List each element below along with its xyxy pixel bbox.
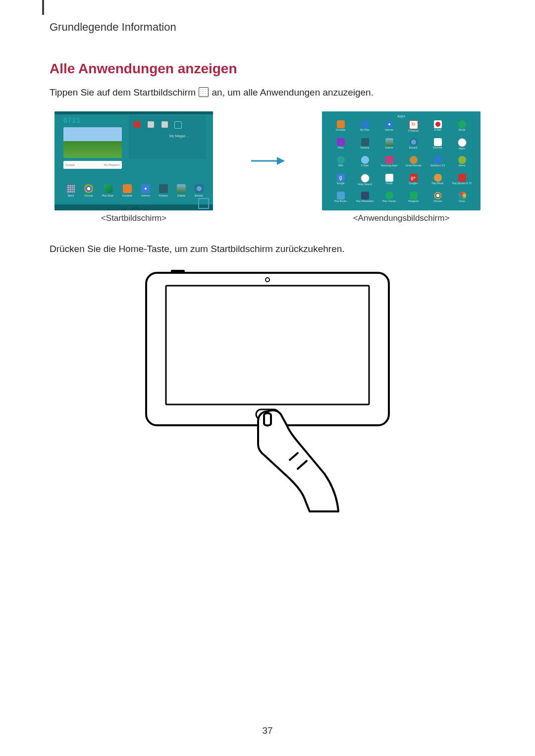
app-item-label: Google+	[409, 182, 418, 185]
dock-item-label: Play Store	[102, 194, 113, 197]
chrome-icon	[84, 184, 93, 193]
internet-icon	[141, 184, 150, 193]
intro-text-after: an, um alle Anwendungen anzuzeigen.	[212, 87, 374, 98]
app-item: Play Movies & TV	[450, 174, 474, 191]
return-instruction: Drücken Sie die Home-Taste, um zum Start…	[50, 243, 485, 255]
app-item: S Note	[353, 156, 376, 173]
app-item: Fotos	[450, 192, 474, 208]
internet-icon	[385, 120, 393, 128]
app-item-label: Alarm	[459, 147, 465, 150]
app-item-label: Play Movies & TV	[452, 182, 472, 185]
tab-edge-decoration	[42, 0, 44, 15]
play-newsstand-icon	[361, 192, 369, 200]
app-item-label: E-Mail	[434, 128, 441, 131]
app-item-label: Kontakte	[336, 128, 346, 131]
app-item: Play Games	[377, 192, 401, 208]
gmail-icon	[385, 174, 393, 182]
app-item-label: Chrome	[433, 200, 442, 202]
home-photo-widget	[63, 127, 122, 158]
app-item-label: Gmail	[386, 182, 392, 185]
dock-item-label: Chrome	[84, 194, 93, 197]
kamera-icon	[361, 138, 369, 146]
app-item-label: Einstell.	[409, 146, 418, 149]
mini-icon	[134, 121, 140, 128]
dock-item: Chrome	[84, 184, 93, 197]
fotos-icon	[458, 192, 466, 200]
app-item-label: SideSync 3.0	[430, 164, 445, 167]
app-item-label: Play Newsstand	[356, 200, 374, 202]
dock-item: Einstell.	[195, 184, 204, 197]
hilfe-icon	[337, 156, 345, 164]
mini-icon	[148, 121, 154, 128]
app-item: Memo	[450, 156, 474, 173]
musik-icon	[458, 120, 466, 128]
app-item-label: Play Games	[382, 200, 396, 202]
svg-rect-5	[166, 286, 369, 404]
kontakte-icon	[123, 184, 132, 193]
app-item-label: Hangouts	[408, 200, 419, 202]
section-title: Alle Anwendungen anzeigen	[50, 61, 485, 77]
page-header-title: Grundlegende Information	[50, 21, 485, 34]
app-item-label: S Planner	[408, 129, 419, 132]
app-item-label: Voice Search	[358, 183, 372, 186]
smart-remote-icon	[410, 156, 418, 164]
caption-spacer	[253, 213, 282, 223]
dock-item: Menü	[66, 184, 75, 197]
caption-row: <Startbildschirm> <Anwendungsbildschirm>	[50, 213, 485, 223]
home-dock: MenüChromePlay StoreKontakteInternetKame…	[54, 181, 213, 201]
apps-icon-highlight	[198, 198, 209, 209]
google-icon: g	[337, 174, 345, 182]
dock-item-label: Kontakte	[122, 194, 132, 197]
app-item: Video	[329, 138, 352, 155]
app-item: Galerie	[377, 138, 401, 155]
search-provider: Google	[65, 161, 75, 169]
home-search-bar: Google My Magazin	[63, 161, 122, 169]
galerie-icon	[177, 184, 186, 193]
google--icon: g+	[410, 174, 418, 182]
kontakte-icon	[337, 120, 345, 128]
dock-item: Galerie	[177, 184, 186, 197]
rechner-icon	[434, 138, 442, 146]
dock-item: Play Store	[102, 184, 113, 197]
home-clock-widget: 0721	[63, 116, 81, 124]
play-movies-tv-icon	[458, 174, 466, 182]
home-widget-label: My Magaz...	[169, 134, 188, 138]
page-number: 37	[0, 725, 535, 736]
app-item-label: Hilfe	[338, 164, 343, 167]
app-item: gGoogle	[329, 174, 352, 191]
tablet-svg	[141, 266, 394, 513]
intro-text-before: Tippen Sie auf dem Startbildschirm	[50, 87, 198, 98]
play-games-icon	[385, 192, 393, 200]
chrome-icon	[434, 192, 442, 200]
nav-home-icon: ◯	[131, 206, 136, 209]
einstell--icon	[195, 184, 204, 193]
search-hint: My Magazin	[104, 161, 120, 169]
app-item-label: Memo	[459, 164, 466, 167]
app-item-label: Samsung Apps	[381, 164, 398, 167]
app-item-label: Video	[337, 146, 344, 149]
dock-item-label: Menü	[68, 194, 74, 197]
play-music-icon	[434, 174, 442, 182]
samsung-apps-icon	[385, 156, 393, 164]
nav-back-icon: ◁	[119, 206, 124, 209]
mini-icon	[174, 121, 182, 129]
document-page: Grundlegende Information Alle Anwendunge…	[0, 0, 535, 756]
intro-paragraph: Tippen Sie auf dem Startbildschirm an, u…	[50, 87, 485, 99]
app-item: Hangouts	[402, 192, 425, 208]
arrow-right-icon	[250, 155, 285, 166]
hangouts-icon	[410, 192, 418, 200]
dock-item-label: Kamera	[159, 194, 168, 197]
app-item: Play Newsstand	[353, 192, 376, 208]
app-item: 31S Planner	[402, 120, 425, 137]
app-item: Samsung Apps	[377, 156, 401, 173]
app-item: Einstell.	[402, 138, 425, 155]
voice-search-icon	[361, 174, 370, 183]
einstell--icon	[410, 138, 418, 146]
s-note-icon	[361, 156, 369, 164]
dock-item-label: Galerie	[177, 194, 185, 197]
app-item-label: Internet	[385, 128, 393, 131]
svg-marker-1	[277, 157, 285, 165]
dock-item: Kamera	[159, 184, 168, 197]
app-item: E-Mail	[426, 120, 449, 137]
home-right-widget	[129, 115, 206, 159]
